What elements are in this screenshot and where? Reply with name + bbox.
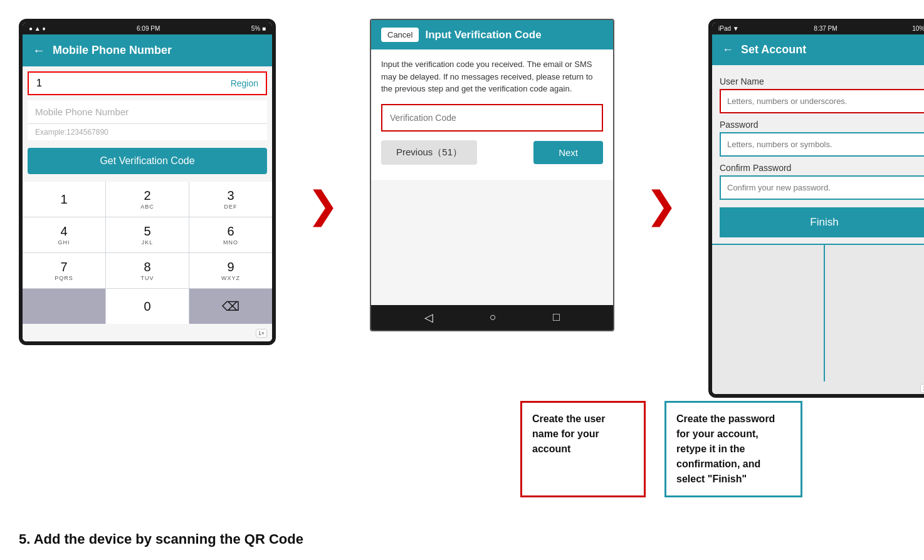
key-8[interactable]: 8 TUV [106, 253, 189, 288]
screen1-header: ← Mobile Phone Number [23, 34, 272, 66]
bottom-instruction: 5. Add the device by scanning the QR Cod… [19, 531, 303, 547]
phone-input[interactable]: Mobile Phone Number [28, 100, 267, 124]
key-9[interactable]: 9 WXYZ [189, 253, 272, 288]
screen3-title: Set Account [741, 43, 806, 56]
callout-red-text: Create the user name for your account [532, 413, 606, 454]
example-row: Example:1234567890 [28, 124, 267, 140]
screen2-header: Cancel Input Verification Code [371, 20, 613, 49]
screen1-status-bar: ● ▲ ♦ 6:09 PM 5% ■ [23, 23, 272, 34]
home-nav-icon[interactable]: ○ [490, 311, 496, 324]
password-label: Password [720, 120, 924, 130]
finish-button[interactable]: Finish [720, 207, 924, 237]
screen1-title: Mobile Phone Number [53, 44, 172, 57]
previous-button[interactable]: Previous（51） [381, 140, 477, 165]
red-arrow-2: ❯ [646, 187, 677, 224]
password-input[interactable] [720, 132, 924, 157]
screen1-body: 1 Region Mobile Phone Number Example:123… [23, 71, 272, 324]
screen2-body: Input the verification code you received… [371, 49, 613, 180]
callout-blue: Create the password for your account, re… [664, 401, 802, 497]
screen2-description: Input the verification code you received… [381, 58, 603, 95]
example-text: Example:1234567890 [35, 128, 108, 137]
key-1[interactable]: 1 [23, 182, 105, 217]
screen1-badge: 1× [256, 329, 267, 338]
key-0[interactable]: 0 [106, 289, 189, 324]
confirm-password-input[interactable] [720, 175, 924, 200]
screen1-mobile-phone: ● ▲ ♦ 6:09 PM 5% ■ ← Mobile Phone Number… [19, 19, 276, 345]
screen3-status-time: 8:37 PM [814, 25, 837, 32]
back-arrow-icon[interactable]: ← [33, 43, 45, 58]
screen3-badge: 1× [920, 384, 924, 393]
red-arrow-1: ❯ [307, 187, 339, 224]
next-button[interactable]: Next [533, 141, 603, 164]
confirm-password-label: Confirm Password [720, 163, 924, 173]
key-4[interactable]: 4 GHI [23, 217, 105, 252]
screen3-bottom-left [712, 245, 825, 381]
cancel-button[interactable]: Cancel [381, 28, 419, 42]
callouts-container: Create the user name for your account Cr… [520, 401, 802, 497]
status-icons: ● ▲ ♦ [29, 25, 46, 32]
region-value: 1 [36, 78, 42, 89]
screen2-nav: Previous（51） Next [381, 140, 603, 171]
recent-nav-icon[interactable]: □ [553, 311, 560, 324]
username-label: User Name [720, 76, 924, 86]
region-link[interactable]: Region [231, 78, 258, 88]
screen2-android-nav: ◁ ○ □ [371, 305, 613, 330]
screen3-status-left: iPad ▼ [718, 25, 739, 32]
screen3-bottom-right [825, 245, 924, 381]
key-6[interactable]: 6 MNO [189, 217, 272, 252]
callout-blue-text: Create the password for your account, re… [676, 413, 775, 484]
screen3-status-right: 10% ■ [912, 25, 924, 32]
region-row: 1 Region [28, 71, 267, 95]
username-input[interactable] [720, 89, 924, 113]
key-3[interactable]: 3 DEF [189, 182, 272, 217]
keypad: 1 2 ABC 3 DEF 4 GHI 5 [23, 182, 272, 324]
key-7[interactable]: 7 PQRS [23, 253, 105, 288]
screen3-bottom [712, 244, 924, 381]
back-nav-icon[interactable]: ◁ [424, 311, 433, 324]
key-backspace[interactable]: ⌫ [189, 289, 272, 324]
callout-red: Create the user name for your account [520, 401, 646, 497]
key-2[interactable]: 2 ABC [106, 182, 189, 217]
screen3-set-account: iPad ▼ 8:37 PM 10% ■ ← Set Account User … [708, 19, 924, 398]
screen2-title: Input Verification Code [425, 29, 541, 41]
screen3-back-icon[interactable]: ← [722, 43, 733, 56]
screen3-body: User Name Password Confirm Password Fini… [712, 65, 924, 244]
key-5[interactable]: 5 JKL [106, 217, 189, 252]
status-battery: 5% ■ [251, 25, 266, 32]
get-verification-code-button[interactable]: Get Verification Code [28, 148, 267, 174]
screen3-header: ← Set Account [712, 34, 924, 65]
screen3-status-bar: iPad ▼ 8:37 PM 10% ■ [712, 23, 924, 34]
status-time: 6:09 PM [137, 25, 160, 32]
screen2-blank-area [371, 180, 613, 305]
phone-placeholder: Mobile Phone Number [35, 106, 129, 117]
key-empty [23, 289, 105, 324]
verification-code-input[interactable] [381, 104, 603, 132]
screen3-battery: 10% ■ [912, 25, 924, 32]
screen2-verification: Cancel Input Verification Code Input the… [370, 19, 614, 331]
